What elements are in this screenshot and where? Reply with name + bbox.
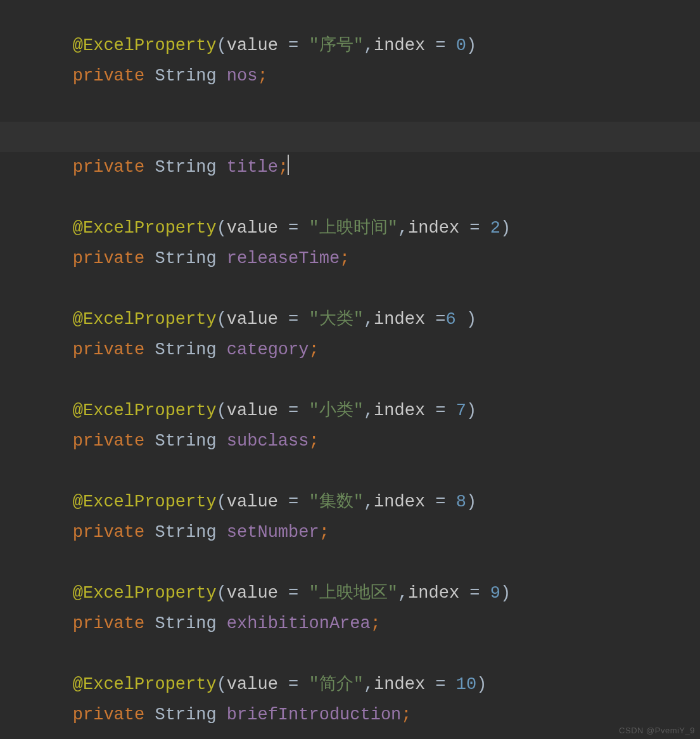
type-string: String [155,705,216,724]
code-line: private String releaseTime; [0,213,700,243]
watermark-text: CSDN @PvemiY_9 [619,726,695,735]
space [217,67,227,86]
keyword-private: private [73,523,144,542]
type-string: String [155,249,216,268]
semicolon: ; [340,249,350,268]
space [217,614,227,633]
code-line: @ExcelProperty(value = "简介",index = 10) [0,639,700,669]
semicolon: ; [278,158,288,177]
keyword-private: private [73,614,144,633]
code-line: @ExcelProperty(value = "序号",index = 0) [0,0,700,30]
code-line: private String nos; [0,30,700,61]
field-name: category [227,340,309,359]
code-line: @ExcelProperty(value = "集数",index = 8) [0,456,700,487]
semicolon: ; [319,523,329,542]
code-editor[interactable]: @ExcelProperty(value = "序号",index = 0) p… [0,0,700,739]
type-string: String [155,523,216,542]
field-name: title [227,158,278,177]
keyword-private: private [73,705,144,724]
code-line: @ExcelProperty(value = "小类",index = 7) [0,365,700,395]
type-string: String [155,340,216,359]
code-line: private String briefIntroduction; [0,669,700,700]
field-name: subclass [227,432,309,451]
code-line: @ExcelProperty(value = "上映时间",index = 2) [0,183,700,213]
space [217,705,227,724]
space [144,705,155,724]
code-line: @ExcelProperty(value = "上映地区",index = 9) [0,548,700,578]
code-line: private String exhibitionArea; [0,578,700,608]
field-name: releaseTime [227,249,340,268]
space [144,158,155,177]
space [144,67,155,86]
text-cursor [288,155,289,175]
space [217,158,227,177]
keyword-private: private [73,158,144,177]
keyword-private: private [73,340,144,359]
code-line: private String setNumber; [0,487,700,517]
code-line: private String category; [0,304,700,335]
space [217,523,227,542]
code-line: @ExcelProperty(value = "标题",index = 1) [0,91,700,122]
semicolon: ; [401,705,411,724]
space [144,523,155,542]
semicolon: ; [309,432,319,451]
semicolon: ; [309,340,319,359]
keyword-private: private [73,432,144,451]
code-line-active: private String title; [0,122,700,152]
space [144,249,155,268]
space [144,614,155,633]
field-name: briefIntroduction [227,705,401,724]
code-line: @ExcelProperty(value = "大类",index =6 ) [0,274,700,304]
keyword-private: private [73,249,144,268]
type-string: String [155,158,216,177]
space [217,340,227,359]
space [217,249,227,268]
code-line: private String subclass; [0,395,700,426]
semicolon: ; [257,67,267,86]
type-string: String [155,614,216,633]
field-name: nos [227,67,258,86]
field-name: setNumber [227,523,319,542]
space [217,432,227,451]
space [144,432,155,451]
semicolon: ; [371,614,381,633]
field-name: exhibitionArea [227,614,371,633]
space [144,340,155,359]
type-string: String [155,67,216,86]
keyword-private: private [73,67,144,86]
type-string: String [155,432,216,451]
